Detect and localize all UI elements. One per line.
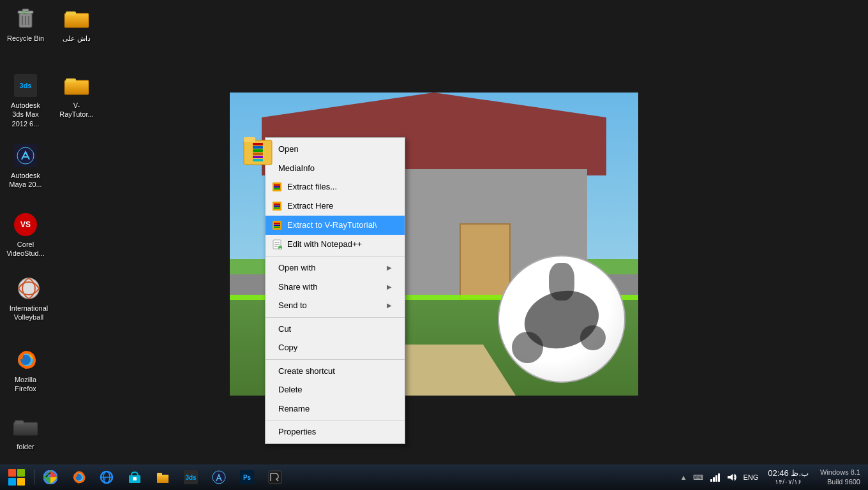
ctx-open-with-arrow: ▶ <box>387 263 392 272</box>
svg-rect-24 <box>253 152 263 155</box>
autodesk-badge: 3ds <box>184 470 198 484</box>
taskbar-store[interactable] <box>121 464 149 490</box>
svg-point-12 <box>17 147 34 164</box>
taskbar-firefox[interactable] <box>64 464 93 490</box>
ctx-send-to[interactable]: Send to ▶ <box>266 296 405 315</box>
folder-icon[interactable]: folder <box>3 412 48 454</box>
ctx-notepad-icon: + <box>271 238 283 251</box>
ctx-extract-here-icon <box>271 200 283 212</box>
win-logo-q4 <box>17 478 25 486</box>
volleyball-image <box>16 276 41 301</box>
firefox-icon[interactable]: Mozilla Firefox <box>3 345 48 396</box>
autodesk-3ds-icon[interactable]: 3ds Autodesk 3ds Max 2012 6... <box>3 70 48 131</box>
svg-rect-8 <box>66 11 76 15</box>
taskbar: e 3ds <box>0 464 868 490</box>
tray-volume[interactable] <box>723 464 740 490</box>
scene-door <box>460 223 511 300</box>
ctx-properties[interactable]: Properties <box>266 422 405 442</box>
corel-image: VS <box>13 212 38 237</box>
taskbar-chrome[interactable] <box>36 464 64 490</box>
ctx-cut[interactable]: Cut <box>266 320 405 339</box>
recycle-bin-image <box>13 6 38 31</box>
maya-badge <box>14 144 37 167</box>
svg-rect-37 <box>274 225 280 226</box>
svg-rect-20 <box>244 137 255 142</box>
svg-rect-29 <box>274 186 280 188</box>
windows-logo <box>8 469 25 486</box>
autodesk-maya-image <box>13 143 38 168</box>
svg-rect-23 <box>253 149 263 152</box>
taskbar-3dsmax[interactable] <box>261 464 289 490</box>
taskbar-maya[interactable] <box>205 464 233 490</box>
ctx-extract-to-icon <box>271 219 283 232</box>
svg-rect-22 <box>253 146 263 149</box>
dash-ali-icon[interactable]: داش علی <box>54 3 99 45</box>
ctx-edit-notepad[interactable]: + Edit with Notepad++ <box>266 235 405 254</box>
svg-rect-60 <box>710 479 712 482</box>
folder-label: folder <box>17 442 34 451</box>
taskbar-sep1 <box>34 470 35 485</box>
tray-network[interactable] <box>707 464 723 490</box>
recycle-bin-icon[interactable]: Recycle Bin <box>3 3 48 45</box>
svg-rect-32 <box>274 204 280 205</box>
svg-rect-18 <box>15 420 24 424</box>
svg-text:e: e <box>104 475 107 481</box>
winrar-file-icon-area[interactable] <box>243 134 273 170</box>
svg-rect-7 <box>64 13 89 27</box>
svg-rect-62 <box>715 475 717 482</box>
ctx-mediainfo[interactable]: MediaInfo <box>266 159 405 178</box>
svg-rect-10 <box>64 80 89 94</box>
tray-keyboard[interactable]: ⌨ <box>690 464 707 490</box>
corel-badge: VS <box>14 213 37 236</box>
ball-patch2 <box>549 263 574 301</box>
win-build: Build 9600 <box>820 477 860 487</box>
volleyball-icon[interactable]: International Volleyball <box>3 273 54 325</box>
corel-icon[interactable]: VS Corel VideoStud... <box>3 209 48 261</box>
ctx-extract-to[interactable]: Extract to V-RayTutorial\ <box>266 216 405 235</box>
tray-clock[interactable]: 02:46 ب.ظ ۱۴/۰۷/۱۶ <box>761 464 815 490</box>
svg-rect-54 <box>133 477 137 480</box>
ps-badge: Ps <box>240 470 254 484</box>
ctx-extract-files-icon <box>271 181 283 193</box>
vray-tutorial-image <box>64 73 89 98</box>
corel-label: Corel VideoStud... <box>6 240 45 258</box>
svg-point-13 <box>19 278 39 299</box>
ctx-send-to-arrow: ▶ <box>387 301 392 310</box>
tray-language[interactable]: ENG <box>740 464 761 490</box>
ball-patch4 <box>580 325 605 350</box>
autodesk-3ds-label: Autodesk 3ds Max 2012 6... <box>6 101 45 128</box>
tray-win-info: Windows 8.1 Build 9600 <box>815 468 865 487</box>
ctx-extract-files[interactable]: Extract files... <box>266 177 405 197</box>
start-button[interactable] <box>0 464 33 490</box>
ctx-delete[interactable]: Delete <box>266 380 405 399</box>
taskbar-ie[interactable]: e <box>93 464 121 490</box>
ctx-sep4 <box>266 420 405 420</box>
taskbar-autodesk[interactable]: 3ds <box>177 464 205 490</box>
autodesk-maya-icon[interactable]: Autodesk Maya 20... <box>3 140 48 192</box>
svg-rect-33 <box>274 205 280 207</box>
svg-rect-26 <box>253 159 263 161</box>
ctx-copy[interactable]: Copy <box>266 338 405 357</box>
win-version: Windows 8.1 <box>820 468 860 477</box>
svg-rect-36 <box>274 223 280 224</box>
tray-date: ۱۴/۰۷/۱۶ <box>775 478 802 486</box>
svg-rect-63 <box>718 473 720 482</box>
ctx-share-with[interactable]: Share with ▶ <box>266 278 405 297</box>
ctx-rename[interactable]: Rename <box>266 399 405 419</box>
vray-tutorial-label: V-RayTutor... <box>57 101 96 119</box>
win-logo-q1 <box>8 469 16 477</box>
ctx-open-with[interactable]: Open with ▶ <box>266 258 405 278</box>
firefox-label: Mozilla Firefox <box>6 375 45 394</box>
ctx-sep1 <box>266 256 405 256</box>
dash-ali-image <box>64 6 89 31</box>
ctx-extract-here[interactable]: Extract Here <box>266 197 405 216</box>
ctx-open[interactable]: Open <box>266 140 405 159</box>
svg-rect-11 <box>66 78 76 82</box>
desktop: Recycle Bin داش علی 3ds Autodesk 3ds Ma <box>0 0 868 464</box>
tray-notifications[interactable]: ▲ <box>677 464 691 490</box>
ctx-create-shortcut[interactable]: Create shortcut <box>266 362 405 381</box>
svg-rect-28 <box>274 184 280 186</box>
vray-tutorial-icon[interactable]: V-RayTutor... <box>54 70 99 122</box>
taskbar-explorer[interactable] <box>149 464 177 490</box>
taskbar-photoshop[interactable]: Ps <box>233 464 261 490</box>
